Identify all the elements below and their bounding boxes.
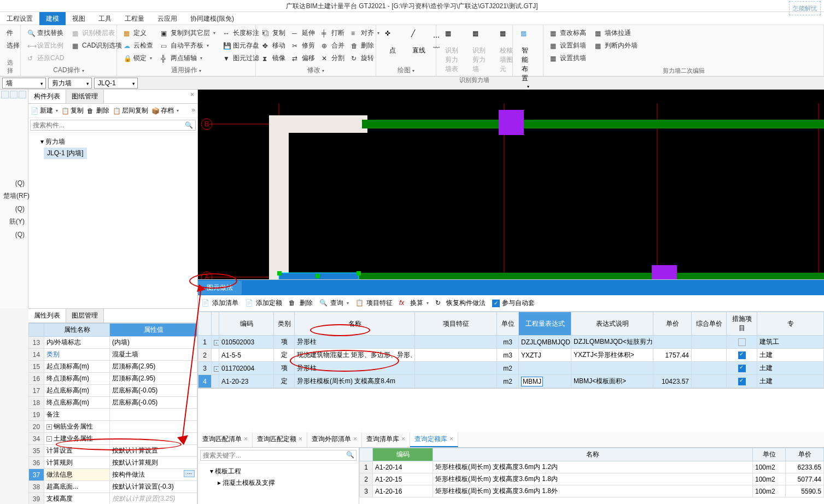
combo-type[interactable]: 剪力墙	[48, 78, 92, 89]
btn-new-component[interactable]: 📄新建	[31, 106, 58, 115]
menu-item-view[interactable]: 视图	[66, 12, 92, 25]
query-search-input[interactable]	[200, 450, 357, 461]
ribbon-btn-mirror[interactable]: ⧗镜像	[260, 52, 288, 64]
tab-element-method[interactable]: 图元做法	[198, 281, 242, 295]
th-expr[interactable]: 工程量表达式	[519, 312, 571, 336]
ribbon-btn-aux-axis[interactable]: ╬两点辅轴	[159, 52, 218, 64]
ribbon-btn-define[interactable]: ▦定义	[121, 27, 155, 39]
ribbon-btn-set-scale[interactable]: ⟷设置比例	[25, 40, 66, 51]
th-proj[interactable]: 专	[757, 312, 824, 336]
ribbon-btn-identify-wall-table[interactable]: ▦识别剪力墙表	[441, 27, 465, 76]
ribbon-btn-member[interactable]: 件	[4, 27, 16, 39]
th-code[interactable]: 编码	[219, 312, 274, 336]
nav-btn-3[interactable]	[19, 91, 26, 98]
ribbon-btn-move[interactable]: ✥移动	[260, 40, 288, 51]
ribbon-btn-break[interactable]: ╪打断	[319, 27, 347, 39]
qth-code[interactable]: 编码	[373, 448, 433, 461]
ribbon-btn-split[interactable]: ✕分割	[319, 52, 347, 64]
qth-price[interactable]: 单价	[786, 448, 824, 461]
query-tab[interactable]: 查询外部清单×	[307, 432, 362, 447]
nav-item-q1[interactable]: (Q)	[0, 177, 28, 189]
btn-delete-method[interactable]: 🗑删除	[289, 298, 313, 308]
btn-query-method[interactable]: 🔍查询	[319, 298, 349, 308]
method-row[interactable]: 2A1-5-5定现浇建筑物混凝土 矩形、多边形、异形、圆形柱、钢管柱m3YXZT…	[198, 349, 824, 362]
query-row[interactable]: 3A1-20-16矩形柱模板(周长m) 支模高度3.6m内 1.8外100m25…	[360, 485, 824, 497]
search-icon[interactable]: 🔍	[185, 121, 193, 129]
property-row[interactable]: 19备注	[29, 409, 197, 421]
ribbon-btn-point[interactable]: ✜点	[381, 27, 405, 57]
btn-archive[interactable]: 📦存档	[151, 106, 179, 115]
menu-item-quantity[interactable]: 工程量	[118, 12, 151, 25]
th-feat[interactable]: 项目特征	[415, 312, 497, 336]
method-row[interactable]: 4A1-20-23定异形柱模板(周长m) 支模高度8.4mm2MBMJMBMJ<…	[198, 375, 824, 388]
combo-category[interactable]: 墙	[2, 78, 46, 89]
query-tab[interactable]: 查询定额库×	[410, 432, 458, 447]
menu-item-tools[interactable]: 工具	[92, 12, 118, 25]
qth-unit[interactable]: 单位	[753, 448, 786, 461]
ribbon-btn-restore-cad[interactable]: ↺还原CAD	[25, 52, 124, 64]
ribbon-btn-identify-wall[interactable]: ▦识别剪力墙	[468, 27, 492, 76]
nav-item-y[interactable]: 筋(Y)	[0, 215, 28, 228]
btn-restore-method[interactable]: ↻恢复构件做法	[435, 298, 486, 308]
btn-delete-component[interactable]: 🗑删除	[87, 106, 109, 115]
query-tab[interactable]: 查询匹配清单×	[198, 432, 253, 447]
nav-item-q3[interactable]: (Q)	[0, 228, 28, 241]
tab-drawing-manage[interactable]: 图纸管理	[66, 90, 104, 103]
btn-item-feature[interactable]: 📋项目特征	[355, 298, 393, 308]
ribbon-btn-offset[interactable]: ⇄偏移	[290, 52, 317, 64]
property-row[interactable]: 16终点顶标高(m)层顶标高(2.95)	[29, 373, 197, 385]
ribbon-btn-auto-level[interactable]: ▭自动平齐板	[159, 40, 218, 51]
nav-item-rf[interactable]: 楚墙(RF)	[0, 189, 28, 203]
nav-item-q2[interactable]: (Q)	[0, 203, 28, 215]
query-row[interactable]: 1A1-20-14矩形柱模板(周长m) 支模高度3.6m内 1.2内100m26…	[360, 461, 824, 473]
property-row[interactable]: 34-土建业务属性	[29, 433, 197, 445]
toolbar-more[interactable]: »	[191, 106, 195, 115]
query-tab[interactable]: 查询匹配定额×	[253, 432, 307, 447]
property-row[interactable]: 13内/外墙标志(内墙)	[29, 337, 197, 349]
menu-item-project-settings[interactable]: 工程设置	[0, 12, 39, 25]
ribbon-btn-lock[interactable]: 🔒锁定	[121, 52, 155, 64]
qth-name[interactable]: 名称	[433, 448, 753, 461]
search-icon[interactable]: 🔍	[346, 451, 354, 459]
combo-instance[interactable]: JLQ-1	[94, 78, 138, 89]
ribbon-btn-extend[interactable]: ─延伸	[290, 27, 317, 39]
property-row[interactable]: 17起点底标高(m)层底标高(-0.05)	[29, 385, 197, 397]
btn-copy-component[interactable]: 📋复制	[61, 106, 84, 115]
nav-btn-1[interactable]	[1, 91, 9, 98]
ribbon-btn-floor-table[interactable]: ▦识别楼层表	[70, 27, 117, 39]
property-row[interactable]: 14类别混凝土墙	[29, 349, 197, 361]
tab-component-list[interactable]: 构件列表	[28, 90, 66, 103]
query-tree-child[interactable]: ▸ 混凝土模板及支撑	[202, 477, 354, 489]
ribbon-btn-trim[interactable]: ✂修剪	[290, 40, 317, 51]
th-name[interactable]: 名称	[295, 312, 415, 336]
ribbon-btn-cad-options[interactable]: ▦CAD识别选项	[70, 40, 124, 51]
method-row[interactable]: 1-010502003项异形柱m3DZJLQMBMJQDDZJLQMBMJQD<…	[198, 336, 824, 349]
property-row[interactable]: 39 支模高度按默认计算设置(3.25)	[29, 493, 197, 505]
ribbon-btn-copy-floor[interactable]: ▣复制到其它层	[159, 27, 218, 39]
property-row[interactable]: 20+钢筋业务属性	[29, 421, 197, 433]
ribbon-btn-smart-arrange[interactable]: ▦智能布置▾	[517, 27, 539, 91]
ribbon-btn-check-elev[interactable]: ▦查改标高	[548, 27, 588, 39]
ribbon-btn-slope-wall[interactable]: ▦设置斜墙	[548, 40, 588, 51]
ribbon-btn-find-replace[interactable]: 🔍查找替换	[25, 27, 66, 39]
th-unit[interactable]: 单位	[497, 312, 519, 336]
ribbon-btn-arch-wall[interactable]: ▦设置拱墙	[548, 52, 588, 64]
property-row[interactable]: 38 超高底面...按默认计算设置(-0.3)	[29, 481, 197, 493]
ribbon-btn-merge[interactable]: ⊕合并	[319, 40, 347, 51]
panel-close-button[interactable]: ×	[187, 90, 197, 103]
btn-auto-match[interactable]: ✓参与自动套	[492, 298, 535, 308]
menu-item-modeling[interactable]: 建模	[39, 12, 66, 25]
btn-convert[interactable]: fx换算	[399, 298, 429, 308]
tab-property-list[interactable]: 属性列表	[28, 309, 66, 323]
th-cprice[interactable]: 综合单价	[692, 312, 727, 336]
tree-item-jlq1[interactable]: JLQ-1 [内墙]	[44, 148, 87, 159]
nav-btn-2[interactable]	[10, 91, 17, 98]
drawing-canvas[interactable]: B A	[198, 90, 824, 308]
ribbon-btn-cloud-check[interactable]: ☁云检查	[121, 40, 155, 51]
th-cat[interactable]: 类别	[274, 312, 295, 336]
property-row[interactable]: 35 计算设置按默认计算设置	[29, 445, 197, 457]
th-price[interactable]: 单价	[653, 312, 692, 336]
btn-floor-copy[interactable]: 📋层间复制	[113, 106, 148, 115]
search-component-input[interactable]	[30, 120, 196, 131]
ribbon-btn-judge-wall[interactable]: ▦判断内外墙	[593, 40, 640, 51]
